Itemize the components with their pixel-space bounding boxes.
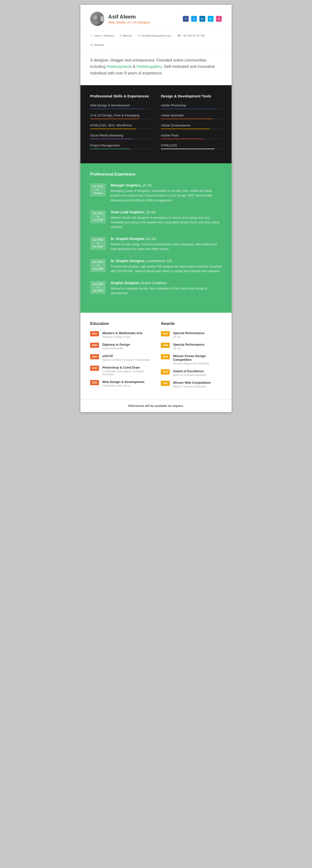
tool-name-2: Adobe Illustrator [161, 114, 222, 117]
exp-title-1: Manager Graphics, i2c Inc [111, 183, 222, 187]
award-org-3: Ghulam Ishaq Khan University [173, 362, 222, 365]
svg-point-0 [93, 16, 97, 20]
award-org-1: i2c Inc [173, 335, 222, 338]
tool-fill-4 [161, 138, 204, 139]
tools-heading: Design & Development Tools [161, 94, 222, 98]
award-name-2: Special Performance [173, 343, 222, 346]
exp-title-5: Graphic Designer, Acacia Creations [111, 281, 222, 285]
bio-text: A designer, blogger and entrepreneur. Fo… [90, 57, 222, 76]
award-year-4: 2003 [161, 369, 170, 374]
skype-icon[interactable]: S [208, 16, 213, 22]
exp-desc-3: Worked on web design, front-end developm… [111, 242, 222, 251]
edu-year-3: 2004 [90, 354, 99, 359]
award-year-3: 2009 [161, 354, 170, 359]
edu-institution-3: Aptech Certified Computer Professional [102, 358, 151, 361]
exp-title-4: Sr. Graphic Designer, e-commerce 123 [111, 259, 222, 263]
resume-container: Asif Aleem Web, Mobile UI / UX Designer … [80, 5, 232, 412]
exp-item-3: Jun 2009 to Nov 2007 Sr. Graphic Designe… [90, 237, 222, 251]
exp-content-4: Sr. Graphic Designer, e-commerce 123 Tra… [111, 259, 222, 274]
tool-bar-2 [161, 119, 222, 119]
edu-item-3: 2004 eACCP Aptech Certified Computer Pro… [90, 354, 151, 361]
svg-point-1 [92, 20, 99, 25]
experience-timeline: Jun 2012 to Present Manager Graphics, i2… [90, 183, 222, 296]
exp-content-2: Team Lead Graphics, i2c Inc Worked close… [111, 210, 222, 230]
edu-item-1: 2011 Masters in Multimedia Arts National… [90, 331, 151, 338]
contact-status: ♥ Married [120, 34, 132, 37]
heart-icon: ♥ [120, 34, 122, 37]
experience-section: Professional Experience Jun 2012 to Pres… [80, 163, 232, 313]
contact-phone: ☎ +92 300 66 44 708 [177, 34, 205, 37]
skill-item-4: Social Media Marketing [90, 133, 151, 139]
exp-date-2: Jun 2012 to Jun 2009 [90, 210, 106, 223]
exp-desc-2: Worked closely with designers & develope… [111, 216, 222, 230]
contact-email: ✉ info@freebiesgallery.com [138, 34, 171, 37]
exp-from-2: Jun 2012 [92, 212, 104, 215]
education-col: Education 2011 Masters in Multimedia Art… [90, 321, 151, 392]
skill-name-3: HTML/CSS, SEO, WordPress [90, 124, 151, 127]
email-text: info@freebiesgallery.com [141, 34, 171, 37]
award-info-2: Special Performance i2c Inc [173, 343, 222, 350]
dribbble-icon[interactable]: ● [216, 16, 222, 22]
edu-degree-1: Masters in Multimedia Arts [102, 331, 151, 335]
exp-arrow-5: to [92, 286, 104, 289]
exp-company-5: Acacia Creations [141, 281, 167, 285]
avatar [90, 12, 104, 26]
award-item-5: 2003 Winner Web Competition Aptech Compu… [161, 381, 222, 388]
edu-info-3: eACCP Aptech Certified Computer Professi… [102, 354, 151, 361]
tools-col: Design & Development Tools Adobe Photosh… [161, 94, 222, 154]
skill-item-2: UI & UX Design, Print & Packaging [90, 114, 151, 119]
tool-item-2: Adobe Illustrator [161, 114, 222, 119]
edu-year-5: 2002 [90, 380, 99, 385]
tool-fill-1 [161, 108, 216, 109]
footer-text: References will be available on request. [90, 404, 222, 408]
skills-col: Professional Skills & Experiences Web De… [90, 94, 151, 154]
award-item-3: 2009 Winner Poster Design Competition Gh… [161, 354, 222, 365]
exp-desc-5: Worked on corporate identity, flash anim… [111, 286, 222, 296]
facebook-icon[interactable]: f [183, 16, 189, 22]
edu-degree-4: Photoshop & Corel Draw [102, 366, 151, 369]
edu-institution-1: National College of Arts [102, 335, 151, 338]
location-text: Lahore, Pakistan [94, 34, 114, 37]
exp-item-1: Jun 2012 to Present Manager Graphics, i2… [90, 183, 222, 203]
status-text: Married [123, 34, 132, 37]
skill-item-3: HTML/CSS, SEO, WordPress [90, 124, 151, 129]
edu-awards-section: Education 2011 Masters in Multimedia Art… [80, 313, 232, 400]
monitor-icon: 🖥 [90, 43, 93, 46]
exp-date-1: Jun 2012 to Present [90, 183, 106, 196]
edu-degree-3: eACCP [102, 354, 151, 358]
header-section: Asif Aleem Web, Mobile UI / UX Designer … [80, 5, 232, 31]
skill-bar-2 [90, 119, 151, 119]
exp-title-3: Sr. Graphic Designer, i2c Inc [111, 237, 222, 241]
edu-institution-2: Arena Multimedia [102, 347, 151, 350]
tool-bar-3 [161, 129, 222, 129]
exp-company-1: i2c Inc [142, 183, 152, 187]
award-info-1: Special Performance i2c Inc [173, 331, 222, 338]
twitter-icon[interactable]: t [191, 16, 197, 22]
exp-arrow-4: to [92, 264, 104, 267]
bio-mid: & [132, 64, 137, 69]
skills-heading: Professional Skills & Experiences [90, 94, 151, 98]
experience-heading: Professional Experience [90, 172, 222, 177]
linkedin-icon[interactable]: in [199, 16, 205, 22]
tool-bar-1 [161, 108, 222, 109]
exp-company-2: i2c Inc [146, 210, 155, 214]
exp-from-3: Jun 2009 [92, 238, 104, 242]
exp-date-4: Nov 2007 to Aug 2006 [90, 259, 106, 272]
award-name-4: Award of Excellence [173, 369, 222, 373]
link-freebiesgallery[interactable]: freebiesgallery [137, 64, 162, 69]
skill-bar-1 [90, 108, 151, 109]
contact-location: ✈ Lahore, Pakistan [90, 34, 114, 37]
skills-section: Professional Skills & Experiences Web De… [80, 85, 232, 163]
skill-fill-2 [90, 119, 139, 119]
tool-item-5: HTML/CSS [161, 144, 222, 149]
edu-year-4: 2003 [90, 366, 99, 371]
edu-institution-4: Certification from Aptech Computer Educa… [102, 370, 151, 376]
link-thedesignwork[interactable]: thedesignwork [107, 64, 132, 69]
award-info-3: Winner Poster Design Competition Ghulam … [173, 354, 222, 365]
skill-bar-4 [90, 138, 151, 139]
exp-content-3: Sr. Graphic Designer, i2c Inc Worked on … [111, 237, 222, 251]
exp-to-4: Aug 2006 [92, 267, 104, 271]
tool-bar-5 [161, 149, 222, 149]
edu-info-4: Photoshop & Corel Draw Certification fro… [102, 366, 151, 376]
person-name: Asif Aleem [108, 14, 150, 20]
